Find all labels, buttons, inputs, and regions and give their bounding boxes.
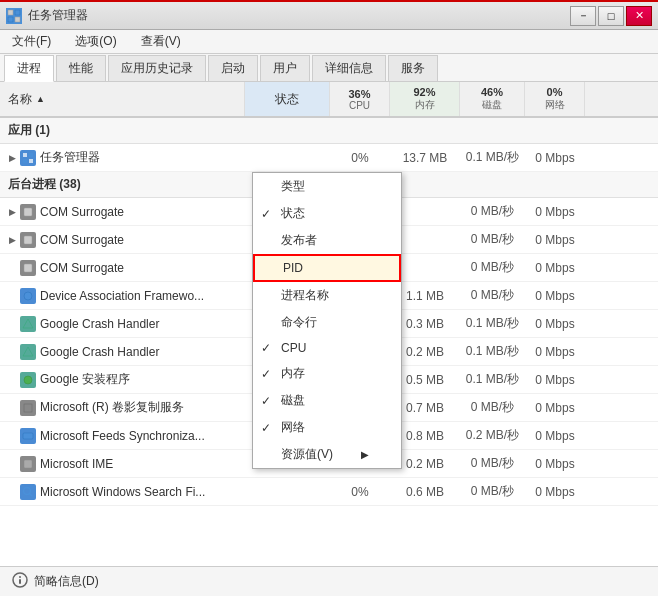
process-disk: 0 MB/秒	[460, 203, 525, 220]
expand-icon[interactable]: ▶	[4, 235, 20, 245]
close-button[interactable]: ✕	[626, 6, 652, 26]
process-network: 0 Mbps	[525, 261, 585, 275]
table-row[interactable]: Microsoft Windows Search Fi... 0% 0.6 MB…	[0, 478, 658, 506]
header-memory[interactable]: 92% 内存	[390, 82, 460, 116]
process-name: Microsoft Feeds Synchroniza...	[40, 429, 245, 443]
process-name: COM Surrogate	[40, 233, 245, 247]
svg-point-18	[24, 487, 31, 494]
process-network: 0 Mbps	[525, 345, 585, 359]
process-icon	[20, 372, 36, 388]
process-cpu: 0%	[330, 485, 390, 499]
process-icon	[20, 232, 36, 248]
info-icon	[12, 572, 28, 591]
header-scrollbar-spacer	[585, 82, 599, 116]
svg-rect-8	[24, 208, 32, 216]
tab-startup[interactable]: 启动	[208, 55, 258, 81]
menu-view[interactable]: 查看(V)	[137, 31, 185, 52]
header-name[interactable]: 名称 ▲	[0, 82, 245, 116]
process-name: COM Surrogate	[40, 261, 245, 275]
status-text[interactable]: 简略信息(D)	[34, 573, 99, 590]
tab-bar: 进程 性能 应用历史记录 启动 用户 详细信息 服务	[0, 54, 658, 82]
svg-rect-1	[15, 10, 20, 15]
svg-rect-5	[29, 153, 33, 157]
process-icon	[20, 150, 36, 166]
expand-icon[interactable]: ▶	[4, 207, 20, 217]
table-header: 名称 ▲ 状态 36% CPU 92% 内存 46% 磁盘 0% 网络	[0, 82, 658, 118]
process-disk: 0 MB/秒	[460, 259, 525, 276]
process-icon	[20, 288, 36, 304]
process-network: 0 Mbps	[525, 205, 585, 219]
status-bar: 简略信息(D)	[0, 566, 658, 596]
sort-arrow-icon: ▲	[36, 94, 45, 104]
ctx-item-pid[interactable]: PID	[253, 254, 401, 282]
process-disk: 0 MB/秒	[460, 287, 525, 304]
process-network: 0 Mbps	[525, 233, 585, 247]
ctx-item-publisher[interactable]: 发布者	[253, 227, 401, 254]
tab-app-history[interactable]: 应用历史记录	[108, 55, 206, 81]
checkmark-icon: ✓	[261, 341, 271, 355]
process-icon	[20, 204, 36, 220]
ctx-item-cmdline[interactable]: 命令行	[253, 309, 401, 336]
header-cpu[interactable]: 36% CPU	[330, 82, 390, 116]
header-disk[interactable]: 46% 磁盘	[460, 82, 525, 116]
svg-rect-16	[23, 433, 33, 439]
ctx-item-network[interactable]: ✓ 网络	[253, 414, 401, 441]
submenu-arrow-icon: ▶	[361, 449, 369, 460]
process-disk: 0 MB/秒	[460, 455, 525, 472]
svg-rect-9	[24, 236, 32, 244]
checkmark-icon: ✓	[261, 421, 271, 435]
tab-users[interactable]: 用户	[260, 55, 310, 81]
ctx-item-cpu[interactable]: ✓ CPU	[253, 336, 401, 360]
process-icon	[20, 260, 36, 276]
ctx-item-memory[interactable]: ✓ 内存	[253, 360, 401, 387]
expand-icon[interactable]: ▶	[4, 153, 20, 163]
checkmark-icon: ✓	[261, 394, 271, 408]
ctx-item-processname[interactable]: 进程名称	[253, 282, 401, 309]
process-disk: 0.1 MB/秒	[460, 149, 525, 166]
app-icon	[6, 8, 22, 24]
process-network: 0 Mbps	[525, 401, 585, 415]
process-icon	[20, 316, 36, 332]
checkmark-icon: ✓	[261, 207, 271, 221]
ctx-item-disk[interactable]: ✓ 磁盘	[253, 387, 401, 414]
menu-options[interactable]: 选项(O)	[71, 31, 120, 52]
process-name: Google 安装程序	[40, 371, 245, 388]
table-row[interactable]: ▶ 任务管理器 0% 13.7 MB 0.1 MB/秒 0 Mbps	[0, 144, 658, 172]
restore-button[interactable]: □	[598, 6, 624, 26]
tab-services[interactable]: 服务	[388, 55, 438, 81]
group-apps-header: 应用 (1)	[0, 118, 658, 144]
checkmark-icon: ✓	[261, 367, 271, 381]
minimize-button[interactable]: －	[570, 6, 596, 26]
svg-line-19	[30, 493, 33, 496]
svg-point-21	[19, 576, 21, 578]
process-name: 任务管理器	[40, 149, 245, 166]
process-name: Microsoft Windows Search Fi...	[40, 485, 245, 499]
menu-file[interactable]: 文件(F)	[8, 31, 55, 52]
process-network: 0 Mbps	[525, 429, 585, 443]
svg-rect-22	[19, 579, 21, 584]
header-status[interactable]: 状态	[245, 82, 330, 116]
svg-point-11	[24, 292, 32, 300]
ctx-item-resources[interactable]: 资源值(V) ▶	[253, 441, 401, 468]
svg-marker-12	[23, 319, 33, 328]
menu-bar: 文件(F) 选项(O) 查看(V)	[0, 30, 658, 54]
tab-processes[interactable]: 进程	[4, 55, 54, 82]
ctx-item-type[interactable]: 类型	[253, 173, 401, 200]
window-title: 任务管理器	[28, 7, 88, 24]
process-icon	[20, 400, 36, 416]
tab-details[interactable]: 详细信息	[312, 55, 386, 81]
process-name: Device Association Framewo...	[40, 289, 245, 303]
svg-rect-17	[24, 460, 32, 468]
process-disk: 0.1 MB/秒	[460, 371, 525, 388]
process-network: 0 Mbps	[525, 317, 585, 331]
svg-rect-7	[29, 159, 33, 163]
title-bar: 任务管理器 － □ ✕	[0, 0, 658, 30]
process-cpu: 0%	[330, 151, 390, 165]
process-icon	[20, 484, 36, 500]
process-name: Microsoft (R) 卷影复制服务	[40, 399, 245, 416]
ctx-item-status[interactable]: ✓ 状态	[253, 200, 401, 227]
header-network[interactable]: 0% 网络	[525, 82, 585, 116]
window-controls: － □ ✕	[570, 6, 652, 26]
tab-performance[interactable]: 性能	[56, 55, 106, 81]
process-network: 0 Mbps	[525, 373, 585, 387]
